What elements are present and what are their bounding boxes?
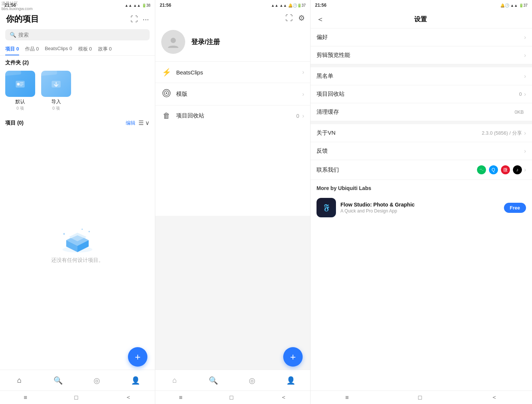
settings-item-contact[interactable]: 联系我们 Q 微 ♪ <box>311 160 532 180</box>
bottom-nav-2: ⌂ 🔍 ◎ 👤 <box>155 370 310 391</box>
recycle-label: 项目回收站 <box>176 112 296 119</box>
status-icons-2: ▲▲ ▲▲ 🔔🕐🔋37 <box>271 3 306 7</box>
android-back-2[interactable]: ＜ <box>281 394 287 401</box>
recycle-settings-chevron: › <box>524 91 526 98</box>
settings-list: 偏好 › 剪辑预览性能 › 黑名单 › 项目回收站 0 › 清理缓存 0KB <box>311 28 532 391</box>
tab-templates[interactable]: 模板 0 <box>78 43 92 55</box>
expand-icon-2[interactable]: ⛶ <box>285 14 293 22</box>
edit-button[interactable]: 编辑 <box>126 120 135 126</box>
settings-divider-2 <box>311 121 532 124</box>
svg-text:✦: ✦ <box>62 232 65 236</box>
app-info: Flow Studio: Photo & Graphic A Quick and… <box>340 202 499 214</box>
folder-default-count: 0 项 <box>16 105 24 111</box>
svg-point-14 <box>481 169 481 170</box>
time-3: 21:56 <box>315 3 327 8</box>
nav-home-2[interactable]: ⌂ <box>155 370 194 391</box>
bottom-nav-1: ⌂ 🔍 ◎ 👤 <box>0 370 155 391</box>
qq-icon: Q <box>489 165 498 174</box>
android-menu-3[interactable]: ≡ <box>345 394 349 401</box>
svg-text:✦: ✦ <box>81 228 83 230</box>
blacklist-chevron: › <box>524 73 526 80</box>
weibo-icon: 微 <box>501 165 510 174</box>
clear-cache-value: 0KB <box>514 109 524 115</box>
nav-search-2[interactable]: 🔍 <box>194 370 233 391</box>
folder-default[interactable]: 默认 0 项 <box>5 71 35 111</box>
nav-search-1[interactable]: 🔍 <box>39 370 78 391</box>
android-menu-2[interactable]: ≡ <box>179 394 182 401</box>
menu-item-templates[interactable]: 模版 › <box>155 83 310 105</box>
tab-works[interactable]: 作品 0 <box>25 43 39 55</box>
nav-explore-2[interactable]: ◎ <box>233 370 272 391</box>
settings-item-blacklist[interactable]: 黑名单 › <box>311 67 532 85</box>
wechat-icon <box>477 165 486 174</box>
beatsclips-icon: ⚡ <box>161 68 172 77</box>
android-back-1[interactable]: ＜ <box>125 394 131 401</box>
menu-item-recycle[interactable]: 🗑 项目回收站 0 › <box>155 105 310 126</box>
nav-home-1[interactable]: ⌂ <box>0 370 39 391</box>
recycle-icon: 🗑 <box>161 111 172 120</box>
home-icon-1: ⌂ <box>17 376 22 385</box>
app-icon-text: 𝔉 <box>324 203 329 212</box>
settings-item-preview[interactable]: 剪辑预览性能 › <box>311 46 532 64</box>
folder-section-title: 文件夹 (2) <box>0 56 155 68</box>
svg-text:✦: ✦ <box>88 230 91 233</box>
tiktok-icon: ♪ <box>513 165 522 174</box>
status-icons-1: ▲▲ ▲▲ 🔋38 <box>125 3 150 7</box>
menu-list: ⚡ BeatsClips › 模版 › 🗑 项目回收站 <box>155 62 310 216</box>
projects-title: 项目 (0) <box>5 120 24 126</box>
more-icon[interactable]: ··· <box>143 15 149 24</box>
about-label: 关于VN <box>317 129 482 137</box>
profile-icon-2: 👤 <box>286 376 296 385</box>
status-icons-3: 🔔🕐 ▲▲ 🔋37 <box>500 3 528 7</box>
projects-actions: 编辑 ☰ ∨ <box>126 119 150 126</box>
projects-section-header: 项目 (0) 编辑 ☰ ∨ <box>0 117 155 129</box>
nav-explore-1[interactable]: ◎ <box>77 370 116 391</box>
search-bar-1[interactable]: 🔍 <box>5 29 150 40</box>
android-menu-1[interactable]: ≡ <box>24 394 27 401</box>
header-icons-1: ⛶ ··· <box>131 15 149 24</box>
app-icon-flow: 𝔉 <box>317 198 336 217</box>
back-button[interactable]: ＜ <box>317 14 324 24</box>
profile-icon-1: 👤 <box>131 376 140 385</box>
beatsclips-chevron: › <box>302 69 304 76</box>
panel2-content-area <box>155 216 310 370</box>
android-home-1[interactable]: □ <box>74 394 78 401</box>
settings-item-clear-cache[interactable]: 清理缓存 0KB <box>311 103 532 121</box>
expand-icon[interactable]: ⛶ <box>131 15 138 24</box>
android-home-2[interactable]: □ <box>230 394 233 401</box>
preview-chevron: › <box>524 52 526 59</box>
tab-stories[interactable]: 故事 0 <box>98 43 112 55</box>
fab-add-1[interactable]: + <box>128 347 147 367</box>
menu-item-beatsclips[interactable]: ⚡ BeatsClips › <box>155 62 310 83</box>
panel2-header: ⛶ ⚙ <box>155 10 310 24</box>
nav-profile-1[interactable]: 👤 <box>116 370 155 391</box>
profile-header[interactable]: 登录/注册 <box>155 24 310 62</box>
android-back-3[interactable]: ＜ <box>491 394 497 401</box>
tab-projects[interactable]: 项目 0 <box>5 43 19 55</box>
app-card[interactable]: 𝔉 Flow Studio: Photo & Graphic A Quick a… <box>311 194 532 221</box>
view-toggle-icon[interactable]: ☰ ∨ <box>138 119 150 126</box>
tab-beatsclips[interactable]: BeatsClips 0 <box>45 43 72 55</box>
settings-item-recycle[interactable]: 项目回收站 0 › <box>311 85 532 103</box>
compass-icon-2: ◎ <box>249 376 255 385</box>
folder-grid: 默认 0 项 导入 0 项 <box>0 68 155 117</box>
panel-projects: 21:56 ▲▲ ▲▲ 🔋38 你的项目 ⛶ ··· 🔍 项目 0 作品 0 B… <box>0 0 155 404</box>
time-2: 21:56 <box>160 3 171 8</box>
fab-add-2[interactable]: + <box>283 347 303 367</box>
nav-profile-2[interactable]: 👤 <box>272 370 311 391</box>
android-home-3[interactable]: □ <box>418 394 422 401</box>
settings-item-feedback[interactable]: 反馈 › <box>311 142 532 160</box>
folder-import[interactable]: 导入 0 项 <box>41 71 71 111</box>
preview-label: 剪辑预览性能 <box>317 52 524 59</box>
home-icon-2: ⌂ <box>172 376 177 385</box>
templates-icon <box>161 89 172 99</box>
free-button[interactable]: Free <box>504 203 526 213</box>
page-title-1: 你的项目 <box>6 13 39 25</box>
search-input-1[interactable] <box>18 32 145 38</box>
settings-header: ＜ 设置 <box>311 10 532 28</box>
svg-point-11 <box>166 92 167 94</box>
settings-icon-2[interactable]: ⚙ <box>298 13 305 22</box>
settings-item-preference[interactable]: 偏好 › <box>311 28 532 46</box>
contact-chevron: › <box>524 166 526 173</box>
settings-item-about[interactable]: 关于VN 2.3.0 (5856) / 分享 › <box>311 124 532 142</box>
